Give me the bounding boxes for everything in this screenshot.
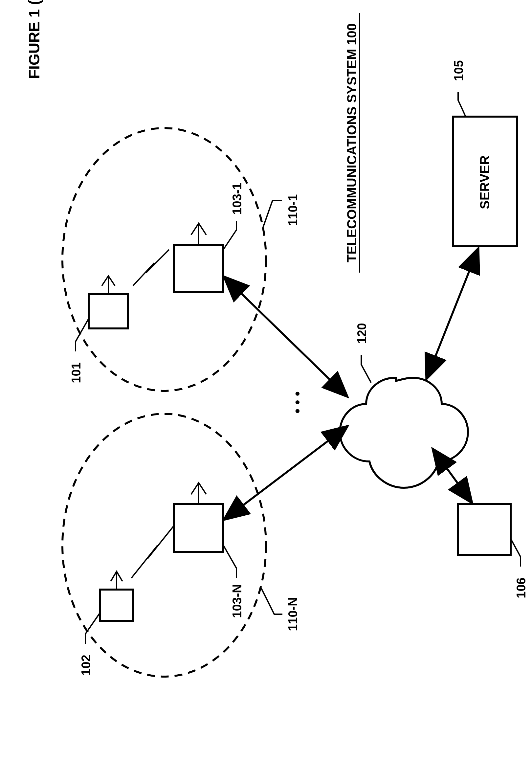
svg-rect-3 — [174, 245, 223, 292]
label-120: 120 — [355, 323, 369, 344]
label-101: 101 — [69, 362, 83, 383]
server-label: SERVER — [478, 155, 492, 209]
label-105: 105 — [452, 60, 466, 81]
link-103-1-cloud — [225, 277, 346, 396]
svg-rect-5 — [100, 590, 133, 621]
server-105: SERVER 105 — [452, 60, 517, 246]
svg-rect-1 — [89, 294, 128, 328]
cell-110-n — [62, 414, 266, 676]
wireless-link-1 — [133, 250, 169, 286]
cell-110-1 — [62, 128, 266, 391]
label-110-1: 110-1 — [286, 194, 300, 226]
node-103-1: 103-1 — [174, 183, 244, 292]
cloud-120: 120 — [340, 323, 468, 488]
diagram-canvas: FIGURE 1 (PRIOR ART) TELECOMMUNICATIONS … — [0, 0, 532, 761]
label-110-n: 110-N — [286, 597, 300, 631]
svg-rect-7 — [174, 504, 223, 552]
label-102: 102 — [79, 655, 93, 675]
link-cloud-server — [427, 250, 478, 378]
node-102: 102 — [79, 571, 133, 675]
ellipsis-dots: • • • — [290, 391, 305, 413]
node-106: 106 — [458, 504, 528, 598]
label-106: 106 — [514, 577, 528, 598]
system-title: TELECOMMUNICATIONS SYSTEM 100 — [344, 23, 359, 263]
label-103-n: 103-N — [230, 584, 244, 618]
wireless-link-n — [131, 525, 174, 578]
svg-rect-10 — [458, 504, 511, 555]
link-103-n-cloud — [225, 427, 346, 519]
label-103-1: 103-1 — [230, 183, 244, 214]
node-103-n: 103-N — [174, 483, 244, 618]
figure-label: FIGURE 1 (PRIOR ART) — [26, 0, 43, 79]
